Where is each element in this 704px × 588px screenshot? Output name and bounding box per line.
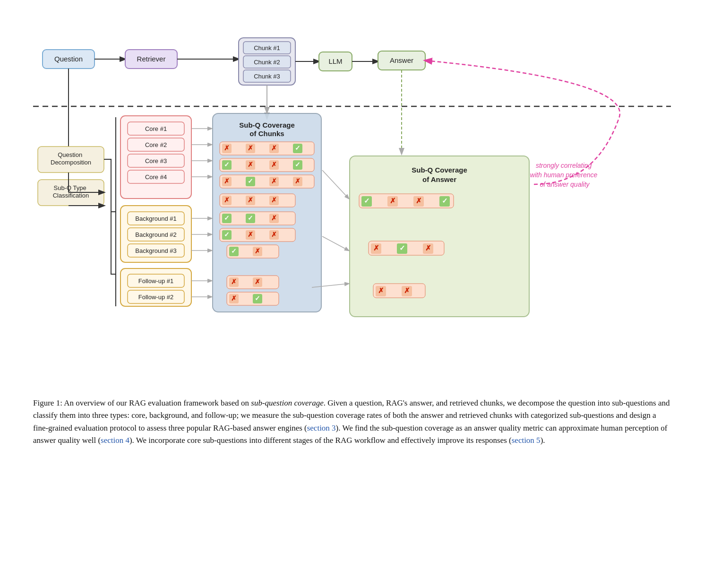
fu1-label: Follow-up #1 — [138, 277, 173, 285]
core2-label: Core #2 — [145, 141, 167, 148]
llm-label: LLM — [328, 57, 342, 65]
svg-text:✗: ✗ — [271, 161, 277, 168]
svg-text:✗: ✗ — [295, 178, 300, 185]
answer-coverage-fu: ✗ ✗ — [373, 284, 425, 298]
correlation-text: strongly correlating with human preferen… — [530, 162, 599, 188]
fu2-label: Follow-up #2 — [138, 294, 173, 301]
svg-text:✗: ✗ — [271, 178, 277, 185]
svg-line-109 — [322, 236, 349, 251]
svg-text:✗: ✗ — [248, 231, 253, 238]
question-label: Question — [54, 55, 83, 63]
svg-text:✓: ✓ — [364, 197, 370, 205]
figure-number: Figure 1: — [33, 398, 62, 407]
coverage-row-fu1: ✗ ✗ — [227, 276, 279, 289]
svg-text:✗: ✗ — [271, 197, 277, 204]
svg-text:✗: ✗ — [248, 145, 253, 152]
subq-answer-title2: of Answer — [422, 175, 456, 183]
svg-text:✗: ✗ — [404, 287, 410, 294]
caption-text-mid2: ). We incorporate core sub-questions int… — [129, 436, 512, 445]
chunk2-label: Chunk #2 — [254, 59, 280, 66]
svg-text:✓: ✓ — [295, 161, 300, 168]
svg-text:✓: ✓ — [224, 161, 230, 168]
svg-text:✗: ✗ — [255, 278, 260, 285]
coverage-row-bg2: ✓ ✗ ✗ — [220, 228, 295, 242]
svg-text:✗: ✗ — [378, 287, 384, 294]
svg-text:✗: ✗ — [248, 161, 253, 168]
section3-link[interactable]: section 3 — [307, 424, 336, 432]
chunk1-label: Chunk #1 — [254, 44, 280, 52]
answer-coverage-bg: ✗ ✓ ✗ — [369, 241, 444, 255]
coverage-row-core2: ✓ ✗ ✗ ✓ — [220, 158, 314, 172]
svg-text:✗: ✗ — [425, 244, 431, 252]
svg-text:✓: ✓ — [248, 215, 253, 222]
svg-text:✗: ✗ — [231, 295, 237, 302]
core3-label: Core #3 — [145, 157, 167, 164]
svg-text:✗: ✗ — [248, 197, 253, 204]
chunk3-label: Chunk #3 — [254, 73, 280, 80]
subqtype-label: Sub-Q Type Classification — [53, 184, 89, 199]
caption-italic: sub-question coverage — [251, 398, 323, 407]
bg2-label: Background #2 — [135, 231, 176, 238]
coverage-row-bg3: ✓ ✗ — [227, 245, 279, 258]
svg-text:✗: ✗ — [255, 248, 260, 255]
svg-text:✗: ✗ — [271, 145, 277, 152]
retriever-label: Retriever — [137, 55, 166, 63]
subq-chunks-title2: of Chunks — [249, 130, 284, 138]
svg-text:✗: ✗ — [416, 197, 422, 205]
svg-text:✓: ✓ — [442, 197, 448, 205]
svg-text:✓: ✓ — [255, 295, 260, 302]
answer-coverage-core: ✓ ✗ ✗ ✓ — [359, 194, 454, 208]
svg-text:✗: ✗ — [271, 215, 277, 222]
core1-label: Core #1 — [145, 125, 167, 132]
svg-text:✓: ✓ — [399, 244, 405, 252]
svg-text:✗: ✗ — [224, 197, 230, 204]
caption-text-before: An overview of our RAG evaluation framew… — [64, 398, 251, 407]
svg-text:✓: ✓ — [224, 231, 230, 238]
coverage-row-core1: ✗ ✗ ✗ ✓ — [220, 142, 314, 155]
answer-label: Answer — [390, 56, 413, 64]
svg-text:✗: ✗ — [231, 278, 237, 285]
coverage-row-core4: ✗ ✗ ✗ — [220, 194, 295, 207]
subq-chunks-title: Sub-Q Coverage — [239, 121, 295, 129]
section5-link[interactable]: section 5 — [512, 436, 541, 445]
svg-text:✓: ✓ — [231, 248, 237, 255]
svg-text:✗: ✗ — [224, 178, 230, 185]
svg-line-108 — [322, 170, 349, 199]
svg-text:✗: ✗ — [390, 197, 396, 205]
bg1-label: Background #1 — [135, 215, 176, 222]
svg-text:✓: ✓ — [248, 178, 253, 185]
svg-text:✗: ✗ — [224, 145, 230, 152]
diagram-container: Question Retriever Chunk #1 Chunk #2 Chu… — [28, 14, 676, 383]
core4-label: Core #4 — [145, 173, 167, 181]
subq-answer-title: Sub-Q Coverage — [412, 166, 467, 174]
svg-text:✓: ✓ — [224, 215, 230, 222]
svg-text:✓: ✓ — [295, 145, 300, 152]
section4-link[interactable]: section 4 — [101, 436, 129, 445]
coverage-row-fu2: ✗ ✓ — [227, 292, 279, 305]
figure-caption: Figure 1: An overview of our RAG evaluat… — [33, 397, 671, 447]
bg3-label: Background #3 — [135, 247, 176, 254]
caption-text-end: ). — [541, 436, 545, 445]
svg-text:✗: ✗ — [271, 231, 277, 238]
coverage-row-bg1: ✓ ✓ ✗ — [220, 212, 295, 225]
coverage-row-core3: ✗ ✓ ✗ ✗ — [220, 175, 314, 188]
svg-text:✗: ✗ — [373, 244, 379, 252]
